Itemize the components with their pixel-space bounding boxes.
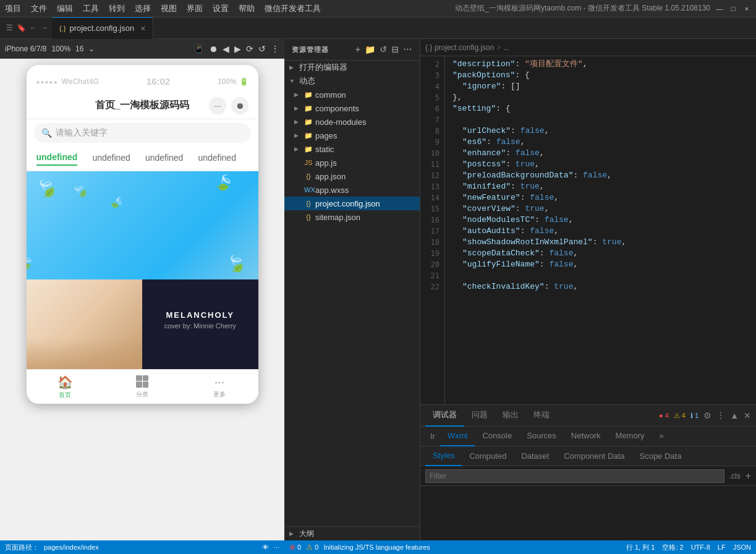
filter-cls-button[interactable]: .cls — [729, 472, 741, 480]
phone-bottom-nav: 🏠 首页 分类 — [27, 369, 258, 404]
editor-tab-project-config[interactable]: {.} project.config.json × — [52, 17, 153, 39]
collapse-icon[interactable]: ⊟ — [391, 45, 399, 54]
tree-item-components[interactable]: ▶ 📁 components — [284, 101, 420, 115]
menu-item-goto[interactable]: 转到 — [109, 3, 125, 14]
devtools-sub-tab-bar: Ir Wxml Console Sources — [420, 427, 756, 446]
style-tab-computed[interactable]: Computed — [462, 446, 514, 466]
devtools-tab-debugger[interactable]: 调试器 — [425, 405, 464, 427]
more-options-icon[interactable]: ⋯ — [403, 45, 412, 54]
filter-input[interactable] — [425, 469, 724, 483]
bottom-nav-category[interactable]: 分类 — [104, 370, 181, 404]
devtools-sub-tab-memory[interactable]: Memory — [608, 427, 652, 446]
menu-item-edit[interactable]: 编辑 — [57, 3, 73, 14]
devtools-tab-terminal[interactable]: 终端 — [526, 405, 557, 427]
new-folder-icon[interactable]: 📁 — [365, 45, 376, 54]
file-path-label: 页面路径： — [5, 543, 39, 552]
new-file-icon[interactable]: + — [355, 45, 361, 54]
tree-item-app-wxss[interactable]: ▶ WX app.wxss — [284, 183, 420, 197]
devtools-sub-tab-console[interactable]: Console — [475, 427, 519, 446]
menu-item-file[interactable]: 文件 — [31, 3, 47, 14]
tree-item-node-modules[interactable]: ▶ 📁 node-modules — [284, 115, 420, 129]
warning-icon: ⚠ — [306, 543, 313, 552]
phone-tab-3[interactable]: undefined — [198, 153, 236, 165]
phone-nav-record-btn[interactable]: ⏺ — [231, 97, 248, 114]
devtools-settings-icon[interactable]: ⚙ — [703, 411, 711, 420]
style-tab-styles[interactable]: Styles — [425, 446, 462, 466]
bookmark-icon[interactable]: 🔖 — [17, 23, 26, 32]
view-icon[interactable]: 👁 — [262, 543, 269, 551]
devtools-sub-tab-network[interactable]: Network — [564, 427, 608, 446]
phone-tab-1[interactable]: undefined — [92, 153, 130, 165]
tree-item-common[interactable]: ▶ 📁 common — [284, 88, 420, 101]
bottom-nav-home[interactable]: 🏠 首页 — [27, 370, 104, 404]
refresh-icon[interactable]: ↺ — [380, 45, 388, 54]
phone-nav-more-btn[interactable]: ··· — [209, 97, 226, 114]
tree-item-static[interactable]: ▶ 📁 static — [284, 142, 420, 156]
device-phone-icon[interactable]: 📱 — [193, 44, 204, 54]
dynamic-section[interactable]: ▼ 动态 — [284, 74, 420, 88]
device-record-icon[interactable]: ⏺ — [209, 44, 218, 54]
devtools-ir-tab[interactable]: Ir — [425, 425, 440, 447]
style-tab-scope-data[interactable]: Scope Data — [632, 446, 689, 466]
menu-item-help[interactable]: 帮助 — [239, 3, 255, 14]
file-options-icon[interactable]: ··· — [274, 543, 279, 551]
more-icon: ··· — [214, 375, 225, 389]
device-rotate-icon[interactable]: ⟳ — [246, 44, 253, 54]
devtools-more-icon[interactable]: ⋮ — [716, 411, 725, 420]
code-editor[interactable]: 2 3 4 5 6 7 8 9 10 11 12 13 14 — [420, 56, 756, 404]
style-tab-component-data[interactable]: Component Data — [556, 446, 632, 466]
bottom-nav-more[interactable]: ··· 更多 — [181, 370, 258, 404]
tree-item-sitemap[interactable]: ▶ {} sitemap.json — [284, 210, 420, 224]
device-expand-icon[interactable]: ⌄ — [88, 45, 95, 53]
device-next-icon[interactable]: ▶ — [234, 44, 241, 54]
leaf-icon-2: 🍃 — [213, 172, 236, 195]
status-right: 行 1, 列 1 空格: 2 UTF-8 LF JSON — [626, 543, 751, 552]
window-title: 动态壁纸_一淘模板源码网ytaomb.com - 微信开发者工具 Stable … — [455, 3, 710, 14]
tree-item-pages[interactable]: ▶ 📁 pages — [284, 129, 420, 142]
tree-item-label-node: node-modules — [315, 117, 366, 127]
style-tab-dataset[interactable]: Dataset — [514, 446, 556, 466]
tab-bar: ☰ 🔖 ← → {.} project.config.json × — [0, 17, 756, 39]
devtools-sub-tab-more[interactable]: » — [652, 427, 671, 446]
back-icon[interactable]: ← — [30, 23, 37, 32]
devtools-tab-issues[interactable]: 问题 — [464, 405, 495, 427]
devtools-close-icon[interactable]: ✕ — [744, 411, 751, 420]
maximize-button[interactable]: □ — [729, 4, 737, 13]
file-path-value: pages/index/index — [44, 543, 99, 551]
phone-tab-2[interactable]: undefined — [145, 153, 184, 165]
devtools-sub-tab-sources[interactable]: Sources — [519, 427, 564, 446]
menu-item-view[interactable]: 视图 — [161, 3, 177, 14]
grid-item-3[interactable]: MELANCHOLY cover by: Minnie Cherry — [142, 270, 258, 369]
forward-icon[interactable]: → — [41, 23, 48, 32]
devtools-up-icon[interactable]: ▲ — [730, 411, 739, 420]
status-warnings: ⚠ 0 — [306, 543, 318, 552]
close-button[interactable]: × — [742, 4, 751, 13]
menu-item-interface[interactable]: 界面 — [187, 3, 203, 14]
devtools-sub-tab-wxml[interactable]: Wxml — [440, 427, 475, 446]
outline-header[interactable]: ▶ 大纲 — [284, 527, 420, 540]
sidebar-toggle-icon[interactable]: ☰ — [6, 23, 13, 32]
menu-item-select[interactable]: 选择 — [135, 3, 151, 14]
device-refresh-icon[interactable]: ↺ — [258, 44, 266, 54]
tab-close-icon[interactable]: × — [140, 23, 145, 33]
phone-nav-bar: 首页_一淘模板源码码 ··· ⏺ — [27, 92, 258, 119]
menu-item-settings[interactable]: 设置 — [213, 3, 229, 14]
menu-item-project[interactable]: 项目 — [5, 3, 21, 14]
tree-item-project-config[interactable]: ▶ {} project.config.json — [284, 197, 420, 210]
open-editors-section[interactable]: ▶ 打开的编辑器 — [284, 61, 420, 74]
filter-add-button[interactable]: + — [745, 471, 751, 482]
minimize-button[interactable]: — — [715, 4, 724, 13]
phone-tab-0[interactable]: undefined — [36, 152, 78, 166]
phone-search-input[interactable]: 🔍 请输入关键字 — [34, 123, 251, 143]
tree-item-app-js[interactable]: ▶ JS app.js — [284, 156, 420, 169]
grid-item-2[interactable] — [27, 270, 143, 369]
phone-simulator-panel: iPhone 6/7/8 100% 16 ⌄ 📱 ⏺ ◀ ▶ ⟳ ↺ ⋮ ● — [0, 39, 284, 554]
device-more-icon[interactable]: ⋮ — [271, 44, 279, 54]
device-prev-icon[interactable]: ◀ — [223, 44, 229, 54]
menu-item-devtools[interactable]: 微信开发者工具 — [265, 3, 321, 14]
menu-item-tool[interactable]: 工具 — [83, 3, 99, 14]
code-text[interactable]: "description": "项目配置文件", "packOptions": … — [445, 56, 756, 404]
filter-bar: .cls + — [420, 466, 756, 486]
devtools-tab-output[interactable]: 输出 — [495, 405, 526, 427]
tree-item-app-json[interactable]: ▶ {} app.json — [284, 169, 420, 183]
